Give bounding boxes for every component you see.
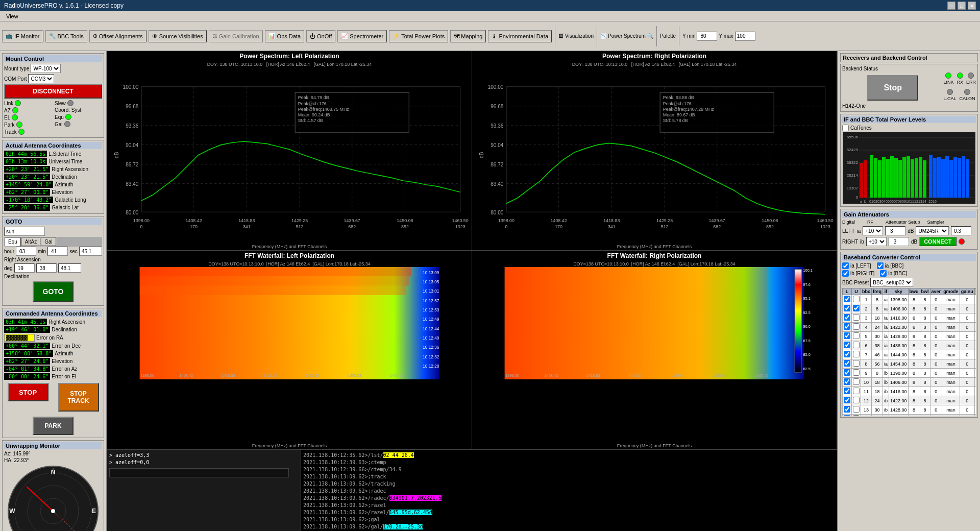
svg-rect-179 [966,159,969,198]
table-row: 28ia1406.00880man00 [843,304,976,313]
svg-text:682: 682 [348,224,356,229]
cal-tones-checkbox[interactable] [842,125,849,131]
left-ia-label: ia [856,228,861,234]
park-button[interactable]: PARK [33,417,74,435]
gain-calibration-button[interactable]: ⚖ Gain Calibration [209,30,263,42]
goto-sec-input[interactable] [79,247,102,256]
goto-sec2-input[interactable] [58,263,81,273]
onoff-button[interactable]: ⏻ OnOff [306,30,335,42]
bbc-preset-select[interactable]: BBC_setup02 [870,278,913,287]
stop-track-button[interactable]: STOPTRACK [58,383,99,412]
left-digital-select[interactable]: +10 [863,226,883,235]
terminal-out-6: 2021.138.10:13:09.62>;radec [303,488,835,495]
svg-text:Mean: 89.67 dB: Mean: 89.67 dB [663,112,695,117]
left-setup-select[interactable]: UM245R [916,226,949,235]
disconnect-button[interactable]: DISCONNECT [4,84,102,99]
goto-hour-input[interactable] [16,247,36,256]
terminal-command-input[interactable] [109,468,289,477]
tab-altaz[interactable]: AltAz [21,237,40,246]
svg-rect-162 [894,158,898,198]
connect-button[interactable]: CONNECT [919,237,956,246]
svg-text:1408.42: 1408.42 [180,373,193,378]
goto-button[interactable]: GOTO [33,281,74,302]
right-rf-input[interactable] [889,237,909,246]
lcal-led-group: L.CAL [943,89,956,101]
commanded-antenna-panel: Commanded Antenna Coordinates 03h 41m 45… [2,308,104,438]
col-gmode: gmode [942,288,960,295]
svg-text:1023: 1023 [820,224,830,229]
svg-text:07: 07 [894,200,898,203]
if-monitor-button[interactable]: 📺 IF Monitor [2,30,43,42]
svg-rect-174 [945,156,949,198]
environmental-button[interactable]: 🌡 Environmental Data [488,30,552,42]
table-row: 638ia1436.00880man00 [843,341,976,350]
gal-led [64,121,70,127]
com-port-select[interactable]: COM3 [28,74,54,83]
offset-alignments-button[interactable]: ⊕ Offset Alignments [89,30,146,42]
ymin-ymax-control: Y min Y max [682,32,755,41]
ib-bbc-checkbox[interactable] [880,270,887,277]
db-label-left: dB [908,228,914,234]
col-bwl: bwl [920,288,930,295]
stop-button[interactable]: STOP [8,383,48,401]
terminal-out-1: 2021.138.10:12:35.62>/lst/02 44 26.4 [303,452,835,459]
svg-text:341: 341 [243,224,251,229]
goto-target-input[interactable] [4,227,45,236]
svg-text:1408.42: 1408.42 [185,218,202,223]
actual-gallon-label: Galactic Long [55,197,86,203]
svg-rect-177 [958,158,961,198]
link-label: Link [4,101,13,106]
svg-text:170: 170 [190,224,198,229]
left-waterfall-svg: 10:13:09 10:13:05 10:13:01 10:12:57 10:1… [107,267,472,379]
svg-text:08: 08 [898,200,902,203]
actual-ut-value: 03h 13m 10.0s [4,158,47,165]
svg-text:10: 10 [906,200,910,203]
left-rf-input[interactable] [885,226,905,235]
menu-view[interactable]: View [2,13,22,19]
right-digital-select[interactable]: +10 [866,237,887,246]
visualization-icon: 🖼 [558,33,564,39]
bbc-tools-button[interactable]: 🔧 BBC Tools [45,30,87,42]
svg-text:86.72: 86.72 [491,162,504,167]
svg-text:1398.00: 1398.00 [133,218,150,223]
minimize-button[interactable]: ─ [947,2,955,10]
actual-el-row: +62° 27' 00.0" Elevation [4,189,102,196]
mount-type-select[interactable]: WP-100 [31,64,61,73]
left-sampler-input[interactable] [951,226,971,235]
ymin-input[interactable] [697,32,717,41]
park-led-row: Park [4,122,52,128]
ymax-input[interactable] [735,32,755,41]
svg-text:96.68: 96.68 [491,104,504,109]
goto-min2-input[interactable] [36,263,57,273]
col-aver: aver [930,288,942,295]
map-icon: 🗺 [454,33,459,39]
svg-text:26214: 26214 [847,173,859,178]
svg-text:96.68: 96.68 [126,104,139,109]
terminal-out-9: 2021.138.10:13:09.62>/razel/145.95d,62.4… [303,509,835,516]
equ-led-row: Equ [55,114,102,120]
maximize-button[interactable]: □ [958,2,966,10]
goto-min-input[interactable] [47,247,68,256]
svg-text:06: 06 [890,200,894,203]
source-visibilities-button[interactable]: 👁 Source Visibilities [149,30,207,42]
total-power-button[interactable]: ⚡ Total Power Plots [389,30,448,42]
cmd-el-label: Elevation [52,358,72,364]
close-button[interactable]: ✕ [968,2,976,10]
tab-equ[interactable]: Equ [5,237,21,246]
ia-bbc-checkbox[interactable] [877,262,884,269]
ia-left-checkbox[interactable] [842,262,849,269]
stop-backend-button[interactable]: Stop [867,75,918,101]
svg-text:1408.42: 1408.42 [550,218,567,223]
actual-ra2-row: +20° 23' 21.5" Right Ascension [4,166,102,173]
actual-ut-row: 03h 13m 10.0s Universal Time [4,158,102,165]
mapping-button[interactable]: 🗺 Mapping [450,30,486,42]
tab-gal[interactable]: Gal [41,237,56,246]
svg-text:1418.83: 1418.83 [603,218,620,223]
obs-data-button[interactable]: 📊 Obs Data [265,30,304,42]
svg-text:80.00: 80.00 [491,210,504,215]
spectrometer-button[interactable]: 📈 Spectrometer [337,30,387,42]
goto-deg-input[interactable] [14,263,35,273]
ia-left-label: ia [LEFT] [850,263,871,269]
ib-right-checkbox[interactable] [842,270,849,277]
svg-rect-159 [882,157,886,198]
